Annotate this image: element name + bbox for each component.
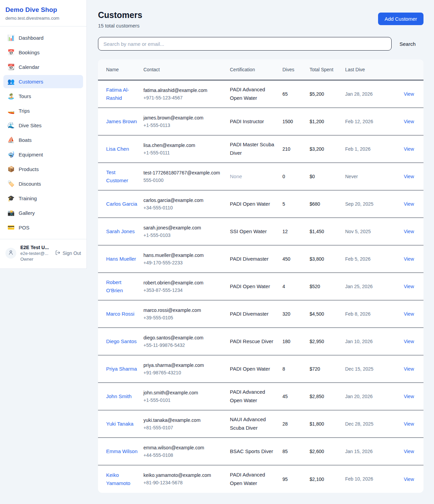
customer-name-link[interactable]: John Smith bbox=[106, 392, 132, 400]
customer-dives: 65 bbox=[282, 91, 310, 97]
customer-last-dive: Sep 20, 2025 bbox=[345, 201, 384, 207]
user-email: e2e-tester@... bbox=[20, 251, 51, 256]
customer-name-link[interactable]: Sarah Jones bbox=[106, 227, 135, 236]
view-link[interactable]: View bbox=[404, 311, 414, 317]
column-header: Certification bbox=[230, 62, 282, 77]
customer-contact: john.smith@example.com +1-555-0101 bbox=[143, 389, 230, 404]
column-header: Last Dive bbox=[345, 62, 384, 77]
sidebar-item-tours[interactable]: 🏝️Tours bbox=[3, 90, 83, 103]
customer-certification: SSI Open Water bbox=[230, 227, 282, 236]
table-row: Yuki Tanaka yuki.tanaka@example.com +81-… bbox=[98, 410, 423, 438]
view-link[interactable]: View bbox=[404, 284, 414, 289]
view-link[interactable]: View bbox=[404, 394, 414, 399]
customer-email: robert.obrien@example.com bbox=[143, 279, 225, 286]
customer-total-spent: $1,200 bbox=[310, 119, 345, 124]
sidebar-item-dive-sites[interactable]: 🌊Dive Sites bbox=[3, 119, 83, 132]
customer-email: fatima.alrashid@example.com bbox=[143, 87, 225, 94]
sidebar-item-label: Products bbox=[19, 166, 39, 172]
customer-name-link[interactable]: Keiko Yamamoto bbox=[106, 471, 139, 487]
sidebar-item-customers[interactable]: 👥Customers bbox=[3, 75, 83, 88]
customer-total-spent: $1,800 bbox=[310, 421, 345, 427]
view-link[interactable]: View bbox=[404, 366, 414, 372]
customer-dives: 85 bbox=[282, 449, 310, 454]
view-link[interactable]: View bbox=[404, 339, 414, 344]
customer-contact: hans.mueller@example.com +49-170-555-223… bbox=[143, 252, 230, 266]
view-link[interactable]: View bbox=[404, 421, 414, 427]
table-row: Lisa Chen lisa.chen@example.com +1-555-0… bbox=[98, 135, 423, 163]
sidebar-item-trips[interactable]: 🚤Trips bbox=[3, 104, 83, 117]
customer-name-link[interactable]: Hans Mueller bbox=[106, 255, 136, 263]
customer-phone: +81-90-1234-5678 bbox=[143, 480, 225, 486]
customer-name-link[interactable]: Fatima Al-Rashid bbox=[106, 86, 139, 102]
customer-contact: carlos.garcia@example.com +34-555-0110 bbox=[143, 197, 230, 211]
customer-name-link[interactable]: Test Customer bbox=[106, 168, 139, 185]
customer-email: lisa.chen@example.com bbox=[143, 142, 225, 149]
sidebar-item-pos[interactable]: 💳POS bbox=[3, 221, 83, 234]
view-link[interactable]: View bbox=[404, 201, 414, 207]
sidebar-item-boats[interactable]: ⛵Boats bbox=[3, 133, 83, 147]
search-button[interactable]: Search bbox=[392, 41, 423, 47]
sidebar-item-bookings[interactable]: 📅Bookings bbox=[3, 46, 83, 59]
customer-total-spent: $3,200 bbox=[310, 146, 345, 152]
customer-phone: +1-555-0111 bbox=[143, 150, 225, 156]
customer-last-dive: Feb 10, 2026 bbox=[345, 475, 384, 482]
customer-dives: 95 bbox=[282, 477, 310, 482]
customer-last-dive: Feb 8, 2026 bbox=[345, 311, 384, 317]
view-link[interactable]: View bbox=[404, 449, 414, 454]
customer-phone: +49-170-555-2233 bbox=[143, 260, 225, 266]
customer-name-link[interactable]: Marco Rossi bbox=[106, 310, 134, 318]
person-icon bbox=[8, 250, 14, 257]
table-row: James Brown james.brown@example.com +1-5… bbox=[98, 108, 423, 135]
sidebar-item-dashboard[interactable]: 📊Dashboard bbox=[3, 31, 83, 44]
table-body: Fatima Al-Rashid fatima.alrashid@example… bbox=[98, 80, 423, 493]
customer-email: john.smith@example.com bbox=[143, 389, 225, 396]
sidebar-nav: 📊Dashboard📅Bookings📆Calendar👥Customers🏝️… bbox=[0, 26, 86, 239]
customer-name-link[interactable]: Priya Sharma bbox=[106, 365, 137, 373]
view-link[interactable]: View bbox=[404, 91, 414, 97]
sidebar-item-calendar[interactable]: 📆Calendar bbox=[3, 60, 83, 74]
sidebar-item-label: Discounts bbox=[19, 181, 41, 187]
sidebar-item-equipment[interactable]: 🤿Equipment bbox=[3, 148, 83, 161]
customer-total-spent: $2,100 bbox=[310, 477, 345, 482]
customer-email: sarah.jones@example.com bbox=[143, 224, 225, 231]
customer-name-link[interactable]: Emma Wilson bbox=[106, 447, 138, 455]
customer-total-spent: $680 bbox=[310, 201, 345, 207]
customer-name-link[interactable]: Yuki Tanaka bbox=[106, 420, 134, 428]
column-header: Total Spent bbox=[310, 62, 345, 77]
sign-out-button[interactable]: Sign Out bbox=[55, 250, 82, 256]
customer-name-link[interactable]: Carlos Garcia bbox=[106, 200, 137, 208]
app-subtitle: demo.test.divestreams.com bbox=[5, 16, 81, 21]
sidebar-item-label: Trips bbox=[19, 108, 30, 114]
customer-name-link[interactable]: James Brown bbox=[106, 117, 137, 126]
camera-icon: 📸 bbox=[7, 209, 14, 217]
customer-last-dive: Never bbox=[345, 173, 384, 180]
view-link[interactable]: View bbox=[404, 146, 414, 152]
view-link[interactable]: View bbox=[404, 477, 414, 482]
customer-email: hans.mueller@example.com bbox=[143, 252, 225, 259]
search-input[interactable] bbox=[98, 37, 392, 51]
customer-name-link[interactable]: Diego Santos bbox=[106, 337, 137, 346]
sidebar-item-discounts[interactable]: 🏷️Discounts bbox=[3, 177, 83, 190]
customer-name-link[interactable]: Robert O'Brien bbox=[106, 278, 139, 295]
user-info: E2E Test U... e2e-tester@... Owner bbox=[20, 245, 51, 262]
customer-last-dive: Nov 5, 2025 bbox=[345, 228, 384, 235]
view-link[interactable]: View bbox=[404, 174, 414, 179]
sidebar-item-label: Dashboard bbox=[19, 35, 43, 41]
package-icon: 📦 bbox=[7, 166, 14, 173]
sidebar-item-label: Customers bbox=[19, 79, 43, 85]
sign-out-label: Sign Out bbox=[63, 250, 81, 256]
sidebar-item-products[interactable]: 📦Products bbox=[3, 163, 83, 176]
add-customer-button[interactable]: Add Customer bbox=[378, 13, 423, 25]
customer-last-dive: Jan 28, 2026 bbox=[345, 91, 384, 97]
view-link[interactable]: View bbox=[404, 256, 414, 262]
sidebar-item-training[interactable]: 🎓Training bbox=[3, 192, 83, 205]
view-link[interactable]: View bbox=[404, 229, 414, 234]
column-header: Name bbox=[106, 62, 143, 77]
customer-last-dive: Feb 1, 2026 bbox=[345, 146, 384, 152]
view-link[interactable]: View bbox=[404, 119, 414, 124]
sidebar-item-gallery[interactable]: 📸Gallery bbox=[3, 206, 83, 220]
sidebar-item-label: Boats bbox=[19, 137, 32, 143]
customer-total-spent: $4,500 bbox=[310, 311, 345, 317]
customer-dives: 5 bbox=[282, 201, 310, 207]
customer-name-link[interactable]: Lisa Chen bbox=[106, 145, 129, 153]
